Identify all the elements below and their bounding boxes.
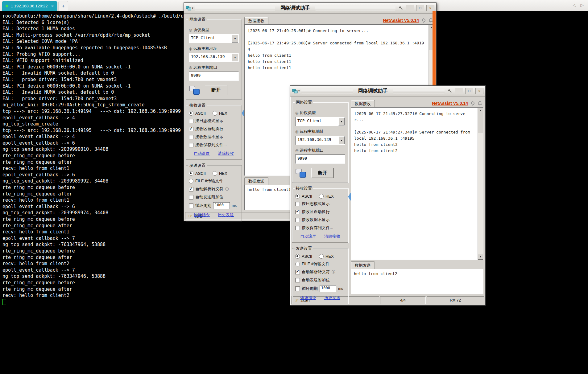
bell-icon[interactable] [478,101,482,106]
send-data-area[interactable]: hello from client2 [351,269,483,294]
checkbox[interactable] [189,119,193,123]
checkbox[interactable] [295,270,300,274]
hex-radio-option[interactable]: HEX [213,171,227,176]
checkbox-option[interactable]: 循环周期1000ms [189,202,239,209]
checkbox[interactable] [189,127,193,131]
pin-icon[interactable] [447,88,453,94]
checkbox[interactable] [189,143,193,147]
dropdown-arrow-icon[interactable]: ▼ [232,53,238,61]
send-history-link[interactable]: 历史发送 [218,212,234,218]
minimize-button[interactable]: ─ [455,88,463,94]
radio[interactable] [295,254,300,259]
collapse-panel-arrow[interactable] [242,109,244,117]
scroll-up-icon[interactable]: ▲ [478,108,483,113]
radio-option[interactable]: FILE #传输文件 [295,261,345,267]
checkbox-option[interactable]: 接收保存到文件... [189,142,239,148]
pin-icon[interactable] [398,5,404,11]
remote-port-input[interactable]: 9999 [295,154,345,164]
checkbox-option[interactable]: 接收数据不显示 [295,217,345,223]
checkbox[interactable] [295,202,300,206]
checkbox-option[interactable]: 接收数据不显示 [189,134,239,140]
info-icon[interactable]: ⓘ [332,269,335,275]
autoscroll-link[interactable]: 自动滚屏 [300,234,316,239]
radio[interactable] [213,111,217,116]
terminal-tab[interactable]: 1 192.168.36.129:22 × [2,1,57,11]
scrollbar[interactable]: ▲ ▼ [478,108,483,260]
app-icon[interactable]: ▾ [186,6,193,10]
titlebar[interactable]: ▾ 网络调试助手 ─ □ × [290,86,485,97]
checkbox[interactable] [189,195,193,199]
remote-host-select[interactable]: 192.168.36.139 ▼ [189,53,239,62]
checkbox-option[interactable]: 接收区自动换行 [189,126,239,132]
radio[interactable] [213,171,217,176]
checkbox[interactable] [189,135,193,139]
ascii-radio-option[interactable]: ASCII [189,171,206,176]
cycle-period-input[interactable]: 1000 [320,285,336,292]
checkbox[interactable] [295,226,300,230]
netassist-version-link[interactable]: NetAssist V5.0.14 [383,18,419,23]
tab-data-receive[interactable]: 数据接收 [351,100,375,107]
connection-toggle-icon[interactable] [189,85,200,95]
checkbox-option[interactable]: 按日志模式显示 [295,201,345,207]
radio[interactable] [319,194,324,199]
checkbox[interactable] [295,210,300,214]
tab-data-receive[interactable]: 数据接收 [244,17,268,24]
remote-port-input[interactable]: 9999 [189,72,239,81]
checkbox-option[interactable]: 自动解析转义符ⓘ [189,186,239,192]
checkbox[interactable] [295,278,300,282]
disconnect-button[interactable]: 断开 [311,168,333,178]
clear-receive-link[interactable]: 清除接收 [218,151,234,156]
radio[interactable] [189,179,193,183]
checkbox-option[interactable]: 循环周期1000ms [295,285,345,292]
dropdown-arrow-icon[interactable]: ▼ [232,35,238,43]
autoscroll-link[interactable]: 自动滚屏 [194,151,210,156]
hex-radio-option[interactable]: HEX [319,254,334,259]
ascii-radio-option[interactable]: ASCII [295,194,312,199]
protocol-select[interactable]: TCP Client ▼ [189,34,239,43]
close-button[interactable]: × [426,5,434,11]
scrollbar-thumb[interactable] [478,113,483,133]
checkbox-option[interactable]: 自动解析转义符ⓘ [295,269,345,275]
tab-nav-right-icon[interactable]: ▷ [580,2,584,7]
theme-icon[interactable] [421,18,426,23]
radio[interactable] [295,262,300,266]
maximize-button[interactable]: □ [465,88,473,94]
radio[interactable] [319,254,324,259]
checkbox[interactable] [295,218,300,222]
info-icon[interactable]: ⓘ [225,187,229,192]
tab-nav-left-icon[interactable]: ◁ [573,2,576,7]
dropdown-arrow-icon[interactable]: ▼ [338,117,345,125]
close-button[interactable]: × [475,88,483,94]
checkbox[interactable] [295,286,300,291]
hex-radio-option[interactable]: HEX [213,111,227,116]
tab-data-send[interactable]: 数据发送 [351,261,375,269]
remote-host-select[interactable]: 192.168.36.139 ▼ [295,136,345,145]
clear-receive-link[interactable]: 清除接收 [324,234,340,239]
minimize-button[interactable]: ─ [406,5,414,11]
ascii-radio-option[interactable]: ASCII [295,254,312,259]
radio[interactable] [189,171,193,176]
checkbox-option[interactable]: 接收区自动换行 [295,209,345,215]
collapse-panel-arrow[interactable] [348,193,351,201]
checkbox-option[interactable]: 自动发送附加位 [295,277,345,283]
maximize-button[interactable]: □ [416,5,424,11]
hex-radio-option[interactable]: HEX [319,194,334,199]
titlebar[interactable]: ▾ 网络调试助手 ─ □ × [184,3,436,14]
protocol-select[interactable]: TCP Client ▼ [295,117,345,126]
connection-toggle-icon[interactable] [295,168,306,178]
send-history-link[interactable]: 历史发送 [324,295,340,301]
shortcut-commands-link[interactable]: 快捷指令 [194,212,210,218]
radio[interactable] [295,194,300,199]
theme-icon[interactable] [470,101,475,106]
radio-option[interactable]: FILE #传输文件 [189,178,239,184]
checkbox[interactable] [189,187,193,191]
cycle-period-input[interactable]: 1000 [213,202,230,209]
checkbox-option[interactable]: 自动发送附加位 [189,194,239,200]
radio[interactable] [189,111,193,116]
dropdown-arrow-icon[interactable]: ▼ [338,136,345,144]
netassist-version-link[interactable]: NetAssist V5.0.14 [432,101,468,106]
checkbox-option[interactable]: 按日志模式显示 [189,118,239,124]
shortcut-commands-link[interactable]: 快捷指令 [300,295,316,301]
checkbox[interactable] [189,203,193,208]
close-tab-icon[interactable]: × [51,4,54,8]
